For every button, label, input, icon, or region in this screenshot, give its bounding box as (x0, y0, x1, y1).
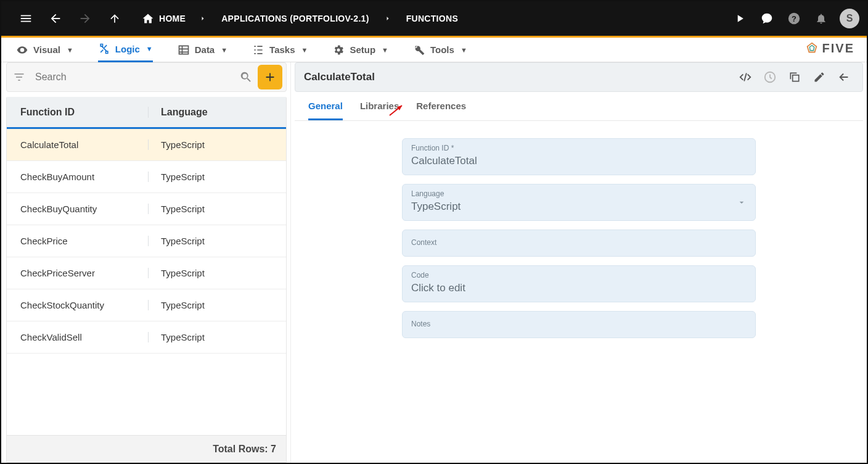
breadcrumb-functions[interactable]: FUNCTIONS (398, 14, 467, 23)
nav-tasks[interactable]: Tasks▼ (252, 38, 308, 62)
help-icon[interactable]: ? (780, 1, 808, 36)
chat-icon[interactable] (753, 1, 780, 36)
edit-icon[interactable] (807, 65, 832, 89)
detail-header: CalculateTotal (295, 62, 863, 92)
detail-title: CalculateTotal (304, 71, 375, 83)
svg-text:?: ? (792, 14, 796, 23)
tab-references[interactable]: References (416, 101, 466, 120)
cell-language: TypeScript (149, 172, 286, 182)
chevron-right-icon (380, 15, 395, 22)
top-bar: HOME APPLICATIONS (PORTFOLIOV-2.1) FUNCT… (1, 1, 867, 36)
field-code[interactable]: Code Click to edit (402, 265, 756, 302)
tab-general[interactable]: General (308, 101, 343, 120)
cell-function-id: CheckStockQuantity (7, 300, 149, 310)
list-header: Function ID Language (7, 97, 286, 129)
field-function-id[interactable]: Function ID * CalculateTotal (402, 138, 756, 175)
code-icon[interactable] (733, 65, 758, 89)
forward-icon (70, 1, 100, 36)
table-row[interactable]: CheckPriceServerTypeScript (7, 257, 286, 289)
breadcrumb: HOME APPLICATIONS (PORTFOLIOV-2.1) FUNCT… (134, 12, 467, 25)
main-nav: Visual▼ Logic▼ Data▼ Tasks▼ Setup▼ Tools… (1, 38, 867, 62)
bell-icon[interactable] (808, 1, 835, 36)
table-row[interactable]: CheckBuyAmountTypeScript (7, 161, 286, 193)
field-context[interactable]: Context (402, 230, 756, 257)
cell-language: TypeScript (149, 268, 286, 278)
play-icon[interactable] (726, 1, 753, 36)
menu-icon[interactable] (11, 1, 41, 36)
nav-data[interactable]: Data▼ (178, 38, 227, 62)
cell-language: TypeScript (149, 300, 286, 310)
chevron-right-icon (195, 15, 210, 22)
table-row[interactable]: CheckBuyQuantityTypeScript (7, 193, 286, 225)
form-area: Function ID * CalculateTotal Language Ty… (291, 121, 867, 347)
svg-marker-7 (397, 106, 402, 110)
detail-tabs: General Libraries References (295, 92, 863, 121)
detail-panel: CalculateTotal General (291, 62, 867, 463)
annotation-arrow (388, 103, 406, 117)
cell-function-id: CheckValidSell (7, 332, 149, 342)
search-input[interactable] (30, 72, 234, 83)
column-language[interactable]: Language (149, 107, 286, 118)
table-row[interactable]: CheckStockQuantityTypeScript (7, 289, 286, 321)
function-list: Function ID Language CalculateTotalTypeS… (6, 97, 287, 463)
column-function-id[interactable]: Function ID (7, 107, 149, 118)
back-arrow-icon[interactable] (832, 65, 856, 89)
field-notes[interactable]: Notes (402, 311, 756, 338)
table-row[interactable]: CalculateTotalTypeScript (7, 129, 286, 161)
cell-language: TypeScript (149, 204, 286, 214)
cell-function-id: CheckPriceServer (7, 268, 149, 278)
cell-function-id: CheckBuyAmount (7, 172, 149, 182)
cell-function-id: CheckPrice (7, 236, 149, 246)
filter-icon[interactable] (13, 71, 25, 83)
copy-icon[interactable] (782, 65, 807, 89)
up-icon[interactable] (100, 1, 129, 36)
svg-rect-5 (793, 75, 799, 81)
search-bar (6, 62, 287, 92)
nav-setup[interactable]: Setup▼ (332, 38, 388, 62)
field-language[interactable]: Language TypeScript (402, 184, 756, 221)
left-panel: Function ID Language CalculateTotalTypeS… (1, 62, 291, 463)
cell-language: TypeScript (149, 332, 286, 342)
cell-function-id: CheckBuyQuantity (7, 204, 149, 214)
add-button[interactable] (258, 65, 282, 89)
nav-logic[interactable]: Logic▼ (98, 38, 153, 62)
brand-logo: FIVE (805, 41, 854, 56)
svg-marker-3 (809, 45, 814, 50)
breadcrumb-home-label: HOME (159, 14, 186, 23)
table-row[interactable]: CheckPriceTypeScript (7, 225, 286, 257)
breadcrumb-home[interactable]: HOME (134, 12, 193, 25)
list-footer: Total Rows: 7 (7, 435, 286, 462)
chevron-down-icon (737, 197, 747, 207)
avatar[interactable]: S (840, 9, 859, 28)
nav-visual[interactable]: Visual▼ (16, 38, 73, 62)
nav-tools[interactable]: Tools▼ (413, 38, 467, 62)
history-icon[interactable] (758, 65, 782, 89)
back-icon[interactable] (41, 1, 70, 36)
cell-language: TypeScript (149, 236, 286, 246)
cell-function-id: CalculateTotal (7, 139, 149, 150)
breadcrumb-applications[interactable]: APPLICATIONS (PORTFOLIOV-2.1) (213, 14, 377, 23)
total-rows-label: Total Rows: 7 (213, 444, 276, 455)
cell-language: TypeScript (149, 139, 286, 150)
search-icon[interactable] (239, 70, 253, 84)
table-row[interactable]: CheckValidSellTypeScript (7, 321, 286, 354)
